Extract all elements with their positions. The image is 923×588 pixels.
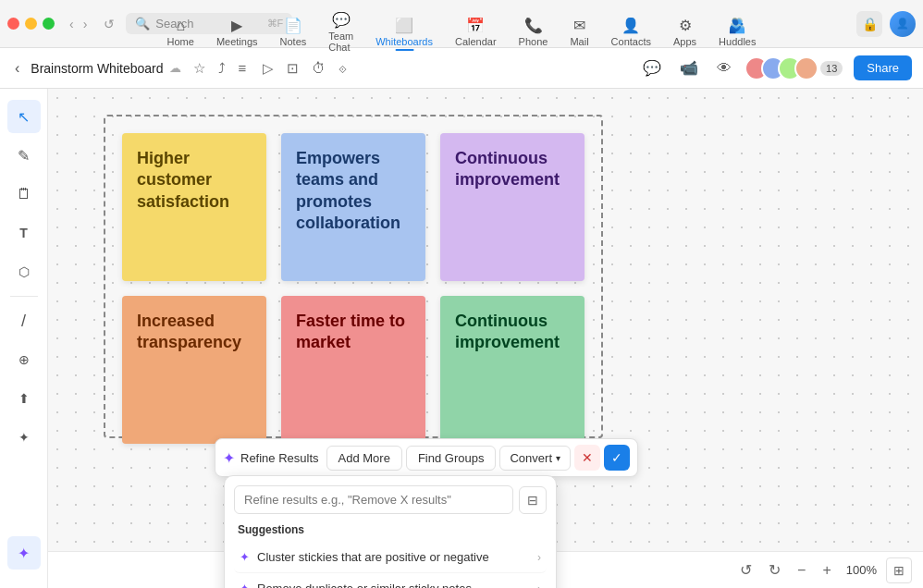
tab-contacts[interactable]: 👤 Contacts [600, 13, 662, 51]
check-icon: ✓ [611, 450, 622, 465]
nav-tabs: ⌂ Home ▶ Meetings 📄 Notes 💬 Team Chat ⬜ … [156, 7, 768, 56]
sticky-note-5[interactable]: Faster time to market [281, 296, 425, 444]
sticky-note-6[interactable]: Continuous improvement [440, 296, 585, 444]
canvas-content[interactable]: Higher customer satisfaction Empowers te… [48, 89, 923, 588]
suggestion-text-1: Cluster stickies that are positive or ne… [257, 550, 489, 564]
phone-icon: 📞 [524, 17, 543, 34]
zoom-level: 100% [843, 563, 880, 577]
action-bar: ✦ Refine Results Add More Find Groups Co… [215, 438, 638, 477]
magic-wand-icon: ✦ [223, 449, 235, 467]
user-avatar[interactable]: 👤 [890, 11, 916, 37]
line-tool[interactable]: / [7, 304, 41, 337]
video-button[interactable]: 📹 [674, 55, 704, 80]
tab-mail-label: Mail [570, 36, 588, 47]
share-button[interactable]: Share [854, 55, 912, 80]
close-action-button[interactable]: ✕ [574, 445, 600, 471]
upload-tool[interactable]: ⬆ [7, 382, 41, 415]
confirm-action-button[interactable]: ✓ [604, 445, 630, 471]
whiteboard-name: Brainstorm Whiteboard [31, 61, 163, 76]
minimize-button[interactable] [25, 18, 37, 30]
redo-button[interactable]: ↻ [763, 557, 786, 582]
tab-home-label: Home [167, 36, 194, 47]
eye-button[interactable]: 👁 [711, 56, 737, 80]
account-icon[interactable]: 🔒 [856, 11, 882, 37]
history-button[interactable]: ↺ [98, 15, 120, 33]
x-icon: ✕ [582, 450, 593, 465]
refine-input[interactable] [234, 485, 513, 514]
tab-home[interactable]: ⌂ Home [156, 14, 205, 51]
zoom-in-button[interactable]: + [817, 558, 836, 582]
comment-button[interactable]: 💬 [637, 55, 667, 80]
shape-tool[interactable]: ⬡ [7, 255, 41, 288]
tab-phone-label: Phone [519, 36, 548, 47]
close-button[interactable] [7, 18, 19, 30]
timer-button[interactable]: ⊡ [282, 56, 303, 80]
tab-meetings[interactable]: ▶ Meetings [205, 13, 269, 51]
back-to-whiteboards[interactable]: ‹ [11, 56, 23, 80]
zoom-out-button[interactable]: − [792, 558, 811, 582]
tab-apps[interactable]: ⚙ Apps [662, 13, 708, 51]
filter-button[interactable]: ⊟ [519, 486, 547, 514]
suggestion-magic-icon-1: ✦ [240, 550, 250, 564]
search-icon: 🔍 [135, 17, 150, 31]
suggestion-item-2[interactable]: ✦ Remove duplicate or similar sticky not… [234, 573, 547, 588]
title-bar-right: 🔒 👤 [856, 11, 916, 37]
find-groups-button[interactable]: Find Groups [406, 446, 497, 471]
magic-tool[interactable]: ✦ [7, 536, 41, 570]
pen-tool[interactable]: ✎ [7, 139, 41, 172]
laser-button[interactable]: ⟐ [334, 56, 351, 80]
present-button[interactable]: ▷ [258, 56, 278, 80]
undo-button[interactable]: ↺ [734, 557, 757, 582]
forward-button[interactable]: › [80, 15, 92, 33]
more-options-button[interactable]: ≡ [234, 56, 252, 80]
toolbar-middle: ▷ ⊡ ⏱ ⟐ [258, 56, 351, 80]
tab-notes[interactable]: 📄 Notes [269, 13, 318, 51]
sticky-note-1[interactable]: Higher customer satisfaction [122, 133, 266, 281]
tab-notes-label: Notes [280, 36, 307, 47]
suggestion-arrow-1: › [537, 551, 541, 564]
map-icon: ⊞ [893, 563, 905, 578]
minimap-button[interactable]: ⊞ [886, 557, 912, 583]
text-tool[interactable]: T [7, 216, 41, 250]
star-button[interactable]: ☆ [189, 56, 210, 80]
tool-divider [10, 296, 38, 297]
meetings-icon: ▶ [231, 17, 242, 34]
back-button[interactable]: ‹ [66, 15, 78, 33]
toolbar-right: 💬 📹 👁 13 Share [637, 55, 912, 80]
contacts-icon: 👤 [621, 17, 640, 34]
canvas-area: ↖ ✎ 🗒 T ⬡ / ⊕ ⬆ ✦ ✦ Higher customer sati… [0, 89, 923, 588]
suggestion-item-1[interactable]: ✦ Cluster stickies that are positive or … [234, 542, 547, 573]
active-indicator [395, 49, 413, 51]
mail-icon: ✉ [573, 17, 585, 34]
stopwatch-button[interactable]: ⏱ [307, 56, 330, 80]
tab-calendar[interactable]: 📅 Calendar [444, 13, 508, 51]
home-icon: ⌂ [176, 18, 185, 34]
nav-arrows: ‹ › [66, 15, 91, 33]
calendar-icon: 📅 [466, 17, 485, 34]
share-link-button[interactable]: ⤴ [214, 56, 230, 80]
tab-teamchat[interactable]: 💬 Team Chat [317, 7, 364, 56]
left-panel: ↖ ✎ 🗒 T ⬡ / ⊕ ⬆ ✦ ✦ [0, 89, 48, 588]
tab-huddles[interactable]: 🫂 Huddles [708, 13, 767, 51]
transform-tool[interactable]: ⊕ [7, 343, 41, 376]
sticky-note-4[interactable]: Increased transparency [122, 296, 266, 444]
select-tool[interactable]: ↖ [7, 100, 41, 133]
tab-mail[interactable]: ✉ Mail [559, 13, 599, 51]
suggestions-panel: ⊟ Suggestions ✦ Cluster stickies that ar… [224, 475, 557, 588]
tab-calendar-label: Calendar [455, 36, 497, 47]
sticky-note-3[interactable]: Continuous improvement [440, 133, 585, 281]
tab-whiteboards[interactable]: ⬜ Whiteboards [364, 13, 444, 51]
toolbar-left: ‹ Brainstorm Whiteboard ☁ ☆ ⤴ ≡ [11, 56, 251, 80]
tab-huddles-label: Huddles [719, 36, 756, 47]
sticky-note-2[interactable]: Empowers teams and promotes collaboratio… [281, 133, 425, 281]
add-more-button[interactable]: Add More [326, 446, 402, 471]
convert-chevron-icon: ▾ [556, 453, 560, 463]
convert-button[interactable]: Convert ▾ [499, 446, 571, 471]
sticky-note-tool[interactable]: 🗒 [7, 178, 41, 211]
maximize-button[interactable] [43, 18, 55, 30]
more-tool[interactable]: ✦ [7, 421, 41, 454]
suggestions-label: Suggestions [234, 523, 547, 536]
participant-avatar-4 [794, 56, 818, 80]
suggestion-text-2: Remove duplicate or similar sticky notes [257, 582, 472, 588]
tab-phone[interactable]: 📞 Phone [508, 13, 560, 51]
